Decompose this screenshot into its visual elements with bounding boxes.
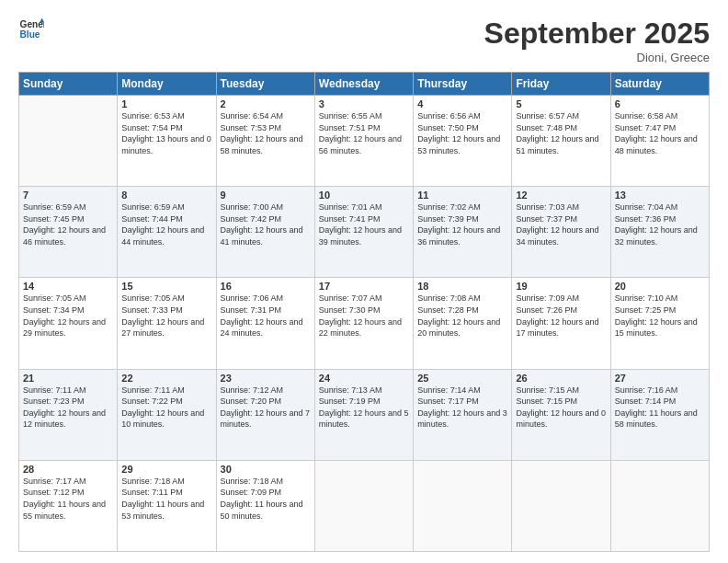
- sunset-text: Sunset: 7:23 PM: [23, 396, 113, 408]
- table-row: 18 Sunrise: 7:08 AM Sunset: 7:28 PM Dayl…: [414, 278, 512, 369]
- table-row: 6 Sunrise: 6:58 AM Sunset: 7:47 PM Dayli…: [610, 96, 709, 187]
- header-saturday: Saturday: [610, 73, 709, 96]
- calendar-table: Sunday Monday Tuesday Wednesday Thursday…: [18, 72, 710, 552]
- day-info: Sunrise: 7:04 AM Sunset: 7:36 PM Dayligh…: [615, 201, 705, 247]
- day-number: 19: [516, 281, 606, 292]
- day-info: Sunrise: 7:02 AM Sunset: 7:39 PM Dayligh…: [417, 201, 507, 247]
- sunset-text: Sunset: 7:28 PM: [417, 304, 507, 316]
- calendar-header-row: Sunday Monday Tuesday Wednesday Thursday…: [19, 73, 710, 96]
- day-number: 14: [23, 281, 113, 292]
- logo-icon: General Blue: [18, 17, 44, 42]
- sunrise-text: Sunrise: 7:01 AM: [319, 201, 409, 213]
- day-number: 29: [121, 464, 211, 475]
- day-info: Sunrise: 7:07 AM Sunset: 7:30 PM Dayligh…: [319, 293, 409, 339]
- table-row: 15 Sunrise: 7:05 AM Sunset: 7:33 PM Dayl…: [118, 278, 216, 369]
- sunrise-text: Sunrise: 7:11 AM: [121, 385, 211, 396]
- table-row: [414, 460, 512, 551]
- sunrise-text: Sunrise: 7:17 AM: [23, 476, 113, 488]
- sunset-text: Sunset: 7:54 PM: [121, 122, 211, 134]
- table-row: [314, 460, 413, 551]
- daylight-text: Daylight: 12 hours and 22 minutes.: [319, 316, 409, 339]
- table-row: 27 Sunrise: 7:16 AM Sunset: 7:14 PM Dayl…: [610, 369, 709, 460]
- day-info: Sunrise: 7:12 AM Sunset: 7:20 PM Dayligh…: [221, 385, 311, 431]
- sunrise-text: Sunrise: 7:06 AM: [221, 293, 311, 304]
- daylight-text: Daylight: 12 hours and 17 minutes.: [516, 316, 606, 339]
- calendar-week-row: 28 Sunrise: 7:17 AM Sunset: 7:12 PM Dayl…: [19, 460, 710, 551]
- daylight-text: Daylight: 12 hours and 39 minutes.: [319, 224, 409, 247]
- daylight-text: Daylight: 12 hours and 44 minutes.: [121, 224, 211, 247]
- daylight-text: Daylight: 12 hours and 53 minutes.: [417, 133, 507, 156]
- sunrise-text: Sunrise: 6:59 AM: [121, 201, 211, 213]
- daylight-text: Daylight: 13 hours and 0 minutes.: [121, 133, 211, 156]
- daylight-text: Daylight: 11 hours and 58 minutes.: [615, 408, 705, 431]
- daylight-text: Daylight: 12 hours and 41 minutes.: [221, 224, 311, 247]
- sunrise-text: Sunrise: 7:04 AM: [615, 201, 705, 213]
- table-row: 4 Sunrise: 6:56 AM Sunset: 7:50 PM Dayli…: [414, 96, 512, 187]
- daylight-text: Daylight: 11 hours and 50 minutes.: [221, 499, 311, 522]
- daylight-text: Daylight: 12 hours and 46 minutes.: [23, 224, 113, 247]
- table-row: 20 Sunrise: 7:10 AM Sunset: 7:25 PM Dayl…: [610, 278, 709, 369]
- daylight-text: Daylight: 12 hours and 27 minutes.: [121, 316, 211, 339]
- sunset-text: Sunset: 7:33 PM: [121, 304, 211, 316]
- table-row: 29 Sunrise: 7:18 AM Sunset: 7:11 PM Dayl…: [118, 460, 216, 551]
- daylight-text: Daylight: 12 hours and 3 minutes.: [417, 408, 507, 431]
- table-row: 25 Sunrise: 7:14 AM Sunset: 7:17 PM Dayl…: [414, 369, 512, 460]
- daylight-text: Daylight: 12 hours and 5 minutes.: [319, 408, 409, 431]
- day-number: 27: [615, 373, 705, 384]
- day-number: 18: [417, 281, 507, 292]
- day-info: Sunrise: 7:17 AM Sunset: 7:12 PM Dayligh…: [23, 476, 113, 522]
- table-row: 19 Sunrise: 7:09 AM Sunset: 7:26 PM Dayl…: [512, 278, 610, 369]
- table-row: 17 Sunrise: 7:07 AM Sunset: 7:30 PM Dayl…: [314, 278, 413, 369]
- sunset-text: Sunset: 7:50 PM: [417, 122, 507, 134]
- day-info: Sunrise: 6:56 AM Sunset: 7:50 PM Dayligh…: [417, 110, 507, 156]
- sunrise-text: Sunrise: 6:56 AM: [417, 110, 507, 122]
- sunrise-text: Sunrise: 7:05 AM: [121, 293, 211, 304]
- sunrise-text: Sunrise: 7:02 AM: [417, 201, 507, 213]
- sunset-text: Sunset: 7:12 PM: [23, 487, 113, 499]
- header-thursday: Thursday: [414, 73, 512, 96]
- sunset-text: Sunset: 7:39 PM: [417, 213, 507, 225]
- sunrise-text: Sunrise: 7:08 AM: [417, 293, 507, 304]
- daylight-text: Daylight: 12 hours and 36 minutes.: [417, 224, 507, 247]
- sunrise-text: Sunrise: 7:00 AM: [221, 201, 311, 213]
- month-title: September 2025: [484, 17, 710, 51]
- page: General Blue September 2025 Dioni, Greec…: [0, 0, 728, 563]
- day-info: Sunrise: 7:14 AM Sunset: 7:17 PM Dayligh…: [417, 385, 507, 431]
- day-info: Sunrise: 7:06 AM Sunset: 7:31 PM Dayligh…: [221, 293, 311, 339]
- day-info: Sunrise: 7:11 AM Sunset: 7:23 PM Dayligh…: [23, 385, 113, 431]
- sunset-text: Sunset: 7:37 PM: [516, 213, 606, 225]
- calendar-week-row: 21 Sunrise: 7:11 AM Sunset: 7:23 PM Dayl…: [19, 369, 710, 460]
- daylight-text: Daylight: 12 hours and 10 minutes.: [121, 408, 211, 431]
- day-info: Sunrise: 6:55 AM Sunset: 7:51 PM Dayligh…: [319, 110, 409, 156]
- sunset-text: Sunset: 7:41 PM: [319, 213, 409, 225]
- sunrise-text: Sunrise: 6:53 AM: [121, 110, 211, 122]
- sunrise-text: Sunrise: 7:03 AM: [516, 201, 606, 213]
- sunrise-text: Sunrise: 7:10 AM: [615, 293, 705, 304]
- day-number: 8: [121, 190, 211, 201]
- sunset-text: Sunset: 7:15 PM: [516, 396, 606, 408]
- sunrise-text: Sunrise: 7:07 AM: [319, 293, 409, 304]
- sunrise-text: Sunrise: 6:58 AM: [615, 110, 705, 122]
- sunrise-text: Sunrise: 6:57 AM: [516, 110, 606, 122]
- sunset-text: Sunset: 7:48 PM: [516, 122, 606, 134]
- table-row: [19, 96, 118, 187]
- sunrise-text: Sunrise: 6:59 AM: [23, 201, 113, 213]
- day-number: 4: [417, 98, 507, 109]
- day-number: 30: [221, 464, 311, 475]
- day-info: Sunrise: 7:01 AM Sunset: 7:41 PM Dayligh…: [319, 201, 409, 247]
- header-friday: Friday: [512, 73, 610, 96]
- sunset-text: Sunset: 7:22 PM: [121, 396, 211, 408]
- sunset-text: Sunset: 7:31 PM: [221, 304, 311, 316]
- day-info: Sunrise: 6:57 AM Sunset: 7:48 PM Dayligh…: [516, 110, 606, 156]
- daylight-text: Daylight: 12 hours and 58 minutes.: [221, 133, 311, 156]
- table-row: 28 Sunrise: 7:17 AM Sunset: 7:12 PM Dayl…: [19, 460, 118, 551]
- day-number: 1: [121, 98, 211, 109]
- day-number: 9: [221, 190, 311, 201]
- day-number: 5: [516, 98, 606, 109]
- day-info: Sunrise: 7:16 AM Sunset: 7:14 PM Dayligh…: [615, 385, 705, 431]
- day-number: 7: [23, 190, 113, 201]
- day-info: Sunrise: 7:18 AM Sunset: 7:11 PM Dayligh…: [121, 476, 211, 522]
- daylight-text: Daylight: 12 hours and 34 minutes.: [516, 224, 606, 247]
- daylight-text: Daylight: 12 hours and 20 minutes.: [417, 316, 507, 339]
- sunrise-text: Sunrise: 7:12 AM: [221, 385, 311, 396]
